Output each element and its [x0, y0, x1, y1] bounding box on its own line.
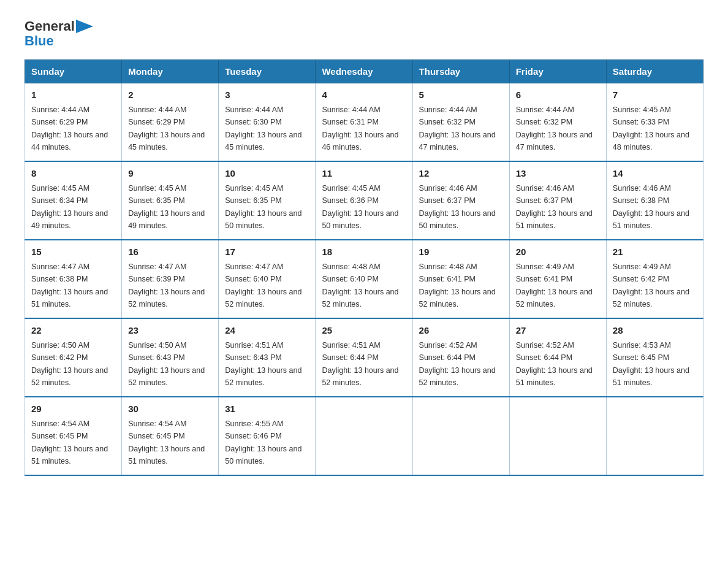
calendar-cell [509, 397, 606, 475]
calendar-cell: 21Sunrise: 4:49 AMSunset: 6:42 PMDayligh… [606, 240, 703, 318]
calendar-week-3: 15Sunrise: 4:47 AMSunset: 6:38 PMDayligh… [25, 240, 703, 318]
day-info: Sunrise: 4:48 AMSunset: 6:40 PMDaylight:… [322, 262, 398, 308]
day-number: 27 [516, 324, 600, 338]
calendar-week-2: 8Sunrise: 4:45 AMSunset: 6:34 PMDaylight… [25, 161, 703, 240]
day-number: 30 [128, 402, 212, 416]
calendar-cell: 8Sunrise: 4:45 AMSunset: 6:34 PMDaylight… [25, 161, 122, 240]
day-info: Sunrise: 4:46 AMSunset: 6:37 PMDaylight:… [516, 184, 593, 230]
day-info: Sunrise: 4:51 AMSunset: 6:43 PMDaylight:… [225, 341, 301, 387]
day-info: Sunrise: 4:48 AMSunset: 6:41 PMDaylight:… [419, 262, 496, 308]
calendar-cell [316, 397, 412, 475]
day-number: 22 [31, 324, 115, 338]
day-info: Sunrise: 4:45 AMSunset: 6:33 PMDaylight:… [613, 105, 689, 151]
calendar-cell: 16Sunrise: 4:47 AMSunset: 6:39 PMDayligh… [122, 240, 219, 318]
day-info: Sunrise: 4:45 AMSunset: 6:34 PMDaylight:… [31, 184, 108, 230]
day-number: 3 [225, 88, 309, 102]
day-number: 11 [322, 167, 406, 181]
day-info: Sunrise: 4:49 AMSunset: 6:42 PMDaylight:… [613, 262, 689, 308]
day-info: Sunrise: 4:46 AMSunset: 6:37 PMDaylight:… [419, 184, 496, 230]
logo-blue: Blue [25, 33, 54, 48]
calendar-cell: 6Sunrise: 4:44 AMSunset: 6:32 PMDaylight… [509, 83, 606, 162]
logo-general: General [25, 18, 75, 34]
calendar-cell: 25Sunrise: 4:51 AMSunset: 6:44 PMDayligh… [316, 318, 412, 397]
calendar-week-1: 1Sunrise: 4:44 AMSunset: 6:29 PMDaylight… [25, 83, 703, 162]
day-number: 18 [322, 245, 406, 259]
calendar-cell [606, 397, 703, 475]
calendar-cell: 1Sunrise: 4:44 AMSunset: 6:29 PMDaylight… [25, 83, 122, 162]
day-number: 31 [225, 402, 309, 416]
calendar-cell: 4Sunrise: 4:44 AMSunset: 6:31 PMDaylight… [316, 83, 412, 162]
logo-arrow-icon [76, 20, 93, 33]
day-info: Sunrise: 4:45 AMSunset: 6:35 PMDaylight:… [128, 184, 205, 230]
calendar-cell: 31Sunrise: 4:55 AMSunset: 6:46 PMDayligh… [219, 397, 316, 475]
day-number: 9 [128, 167, 212, 181]
day-info: Sunrise: 4:44 AMSunset: 6:30 PMDaylight:… [225, 105, 301, 151]
day-info: Sunrise: 4:53 AMSunset: 6:45 PMDaylight:… [613, 341, 689, 387]
calendar-cell: 18Sunrise: 4:48 AMSunset: 6:40 PMDayligh… [316, 240, 412, 318]
day-number: 20 [516, 245, 600, 259]
calendar-cell: 11Sunrise: 4:45 AMSunset: 6:36 PMDayligh… [316, 161, 412, 240]
day-info: Sunrise: 4:47 AMSunset: 6:40 PMDaylight:… [225, 262, 301, 308]
day-number: 19 [419, 245, 503, 259]
day-number: 21 [613, 245, 697, 259]
day-info: Sunrise: 4:44 AMSunset: 6:29 PMDaylight:… [31, 105, 108, 151]
day-number: 2 [128, 88, 212, 102]
weekday-header-row: SundayMondayTuesdayWednesdayThursdayFrid… [25, 60, 703, 83]
day-number: 14 [613, 167, 697, 181]
calendar-cell: 14Sunrise: 4:46 AMSunset: 6:38 PMDayligh… [606, 161, 703, 240]
weekday-header-thursday: Thursday [412, 60, 509, 83]
day-info: Sunrise: 4:54 AMSunset: 6:45 PMDaylight:… [31, 419, 108, 465]
calendar-cell: 22Sunrise: 4:50 AMSunset: 6:42 PMDayligh… [25, 318, 122, 397]
day-number: 25 [322, 324, 406, 338]
calendar-week-5: 29Sunrise: 4:54 AMSunset: 6:45 PMDayligh… [25, 397, 703, 475]
calendar-cell: 19Sunrise: 4:48 AMSunset: 6:41 PMDayligh… [412, 240, 509, 318]
day-info: Sunrise: 4:45 AMSunset: 6:35 PMDaylight:… [225, 184, 301, 230]
calendar-week-4: 22Sunrise: 4:50 AMSunset: 6:42 PMDayligh… [25, 318, 703, 397]
day-info: Sunrise: 4:44 AMSunset: 6:29 PMDaylight:… [128, 105, 205, 151]
weekday-header-wednesday: Wednesday [316, 60, 412, 83]
calendar-cell: 5Sunrise: 4:44 AMSunset: 6:32 PMDaylight… [412, 83, 509, 162]
day-number: 28 [613, 324, 697, 338]
day-number: 13 [516, 167, 600, 181]
svg-marker-0 [76, 20, 93, 33]
day-number: 4 [322, 88, 406, 102]
calendar-cell: 7Sunrise: 4:45 AMSunset: 6:33 PMDaylight… [606, 83, 703, 162]
calendar-cell: 29Sunrise: 4:54 AMSunset: 6:45 PMDayligh… [25, 397, 122, 475]
calendar-cell [412, 397, 509, 475]
day-number: 12 [419, 167, 503, 181]
calendar-cell: 20Sunrise: 4:49 AMSunset: 6:41 PMDayligh… [509, 240, 606, 318]
calendar-cell: 17Sunrise: 4:47 AMSunset: 6:40 PMDayligh… [219, 240, 316, 318]
day-info: Sunrise: 4:45 AMSunset: 6:36 PMDaylight:… [322, 184, 398, 230]
day-number: 7 [613, 88, 697, 102]
day-info: Sunrise: 4:52 AMSunset: 6:44 PMDaylight:… [419, 341, 496, 387]
day-info: Sunrise: 4:50 AMSunset: 6:42 PMDaylight:… [31, 341, 108, 387]
calendar-table: SundayMondayTuesdayWednesdayThursdayFrid… [25, 59, 703, 476]
calendar-cell: 12Sunrise: 4:46 AMSunset: 6:37 PMDayligh… [412, 161, 509, 240]
day-number: 10 [225, 167, 309, 181]
weekday-header-sunday: Sunday [25, 60, 122, 83]
calendar-cell: 27Sunrise: 4:52 AMSunset: 6:44 PMDayligh… [509, 318, 606, 397]
calendar-header: SundayMondayTuesdayWednesdayThursdayFrid… [25, 60, 703, 83]
logo: General Blue [25, 18, 93, 48]
weekday-header-monday: Monday [122, 60, 219, 83]
calendar-cell: 26Sunrise: 4:52 AMSunset: 6:44 PMDayligh… [412, 318, 509, 397]
page-header: General Blue [25, 18, 703, 48]
day-number: 5 [419, 88, 503, 102]
calendar-cell: 28Sunrise: 4:53 AMSunset: 6:45 PMDayligh… [606, 318, 703, 397]
day-number: 23 [128, 324, 212, 338]
calendar-cell: 9Sunrise: 4:45 AMSunset: 6:35 PMDaylight… [122, 161, 219, 240]
calendar-cell: 2Sunrise: 4:44 AMSunset: 6:29 PMDaylight… [122, 83, 219, 162]
calendar-cell: 15Sunrise: 4:47 AMSunset: 6:38 PMDayligh… [25, 240, 122, 318]
day-number: 17 [225, 245, 309, 259]
day-info: Sunrise: 4:55 AMSunset: 6:46 PMDaylight:… [225, 419, 301, 465]
day-number: 26 [419, 324, 503, 338]
calendar-body: 1Sunrise: 4:44 AMSunset: 6:29 PMDaylight… [25, 83, 703, 476]
calendar-cell: 3Sunrise: 4:44 AMSunset: 6:30 PMDaylight… [219, 83, 316, 162]
day-number: 15 [31, 245, 115, 259]
day-number: 6 [516, 88, 600, 102]
day-info: Sunrise: 4:52 AMSunset: 6:44 PMDaylight:… [516, 341, 593, 387]
calendar-cell: 23Sunrise: 4:50 AMSunset: 6:43 PMDayligh… [122, 318, 219, 397]
day-info: Sunrise: 4:44 AMSunset: 6:32 PMDaylight:… [516, 105, 593, 151]
calendar-cell: 10Sunrise: 4:45 AMSunset: 6:35 PMDayligh… [219, 161, 316, 240]
calendar-cell: 30Sunrise: 4:54 AMSunset: 6:45 PMDayligh… [122, 397, 219, 475]
